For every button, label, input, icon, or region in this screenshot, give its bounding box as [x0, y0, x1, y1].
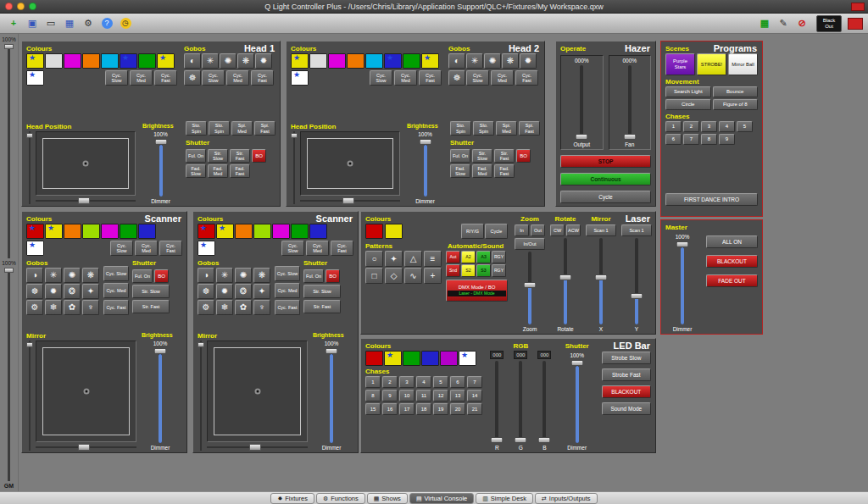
led-bar-button[interactable]: BLACKOUT — [602, 385, 651, 398]
colour-swatch[interactable]: ★ — [138, 224, 156, 239]
chase-button[interactable]: 14 — [467, 390, 482, 402]
xy-position-dot[interactable] — [83, 161, 89, 167]
shutter-button[interactable]: Str. Slow — [472, 149, 492, 163]
gobo-button[interactable]: ✹ — [520, 53, 537, 69]
gobo-cycle-button[interactable]: Cyc. Med — [275, 283, 300, 298]
gobo-button[interactable]: ✿ — [64, 300, 81, 315]
slider-handle[interactable] — [198, 342, 204, 347]
slider-handle[interactable] — [524, 282, 537, 288]
pan-slider[interactable] — [36, 197, 136, 204]
gobo-button[interactable]: ✹ — [45, 284, 62, 299]
slider-handle[interactable] — [570, 360, 583, 366]
colour-swatch[interactable]: ★ — [198, 224, 215, 239]
shutter-button[interactable]: Str. Slow — [132, 285, 170, 298]
chase-button[interactable]: 6 — [450, 376, 465, 388]
shutter-button[interactable]: Str. Slow — [303, 285, 341, 298]
submaster-slider[interactable] — [8, 268, 10, 482]
colour-swatch[interactable]: ★ — [26, 70, 44, 86]
chase-button[interactable]: 20 — [450, 403, 465, 415]
chase-button[interactable]: 3 — [399, 376, 415, 388]
colour-cycle-button[interactable]: Cyc. Fast — [159, 241, 182, 256]
colour-swatch[interactable]: ★ — [26, 224, 44, 239]
gobo-cycle-button[interactable]: Cyc. Fast — [251, 70, 274, 86]
slider-handle[interactable] — [559, 274, 572, 280]
gobo-button[interactable]: ✳ — [202, 53, 219, 69]
gobo-button[interactable]: ❄ — [216, 300, 233, 315]
slider-handle[interactable] — [631, 293, 643, 299]
gobo-cycle-button[interactable]: Cyc. Med — [491, 70, 514, 86]
brightness-slider[interactable] — [330, 348, 333, 443]
autosound-button[interactable]: S3 — [476, 264, 491, 277]
shutter-button[interactable]: Ful. On — [303, 269, 324, 283]
colour-swatch[interactable]: ★ — [82, 224, 100, 239]
chase-button[interactable]: 15 — [365, 403, 381, 415]
chase-button[interactable]: 8 — [701, 134, 717, 145]
slider-handle[interactable] — [154, 348, 167, 354]
gobo-spin-button[interactable]: Spi. Med — [231, 121, 253, 136]
colour-swatch[interactable]: ★ — [384, 351, 402, 366]
pattern-button[interactable]: ○ — [365, 251, 383, 267]
movement-button[interactable]: Circle — [665, 99, 711, 110]
xy-pad[interactable] — [300, 131, 400, 196]
tilt-slider[interactable] — [26, 341, 33, 451]
pattern-button[interactable]: △ — [404, 251, 422, 267]
colour-cycle-button[interactable]: Cyc. Fast — [331, 241, 353, 256]
colour-swatch[interactable]: ★ — [64, 53, 81, 69]
autosound-button[interactable]: S2 — [461, 264, 476, 277]
gobo-button[interactable]: ✦ — [253, 284, 270, 299]
slider-handle[interactable] — [154, 139, 167, 145]
chase-button[interactable]: 12 — [433, 390, 448, 402]
colour-swatch[interactable]: ★ — [291, 53, 309, 69]
colour-cycle-button[interactable]: Cyc. Fast — [154, 70, 177, 86]
slider-handle[interactable] — [623, 134, 636, 140]
movement-button[interactable]: Bounce — [713, 86, 759, 97]
colour-swatch[interactable]: ★ — [82, 53, 100, 69]
led-bar-button[interactable]: Sound Mode — [602, 402, 651, 415]
colour-cycle-button[interactable]: Cyc. Fast — [419, 70, 442, 86]
colour-swatch[interactable]: ★ — [45, 224, 63, 239]
dmx-mode-button[interactable]: DMX Mode / BO Laser - DMX Mode — [446, 280, 508, 302]
gobo-button[interactable]: ✦ — [82, 284, 99, 299]
zoom-slider[interactable] — [528, 252, 531, 324]
shutter-button[interactable]: Str. Fast — [494, 149, 515, 163]
colour-cycle-button[interactable]: Cyc. Med — [130, 70, 153, 86]
gobo-button[interactable]: ◐ — [448, 53, 465, 69]
gobo-spin-button[interactable]: Slo. Spin — [473, 121, 494, 136]
colour-cycle-button[interactable]: Cyc. Slow — [105, 70, 128, 86]
autosound-button[interactable]: Snd — [446, 264, 460, 277]
gobo-button[interactable]: ✺ — [484, 53, 501, 69]
rgb-slider[interactable] — [519, 361, 522, 443]
slider-handle[interactable] — [326, 348, 338, 354]
gobo-button[interactable]: ☸ — [198, 284, 214, 299]
gobo-button[interactable]: ✺ — [235, 268, 252, 283]
shutter-button[interactable]: Ful. On — [450, 149, 470, 163]
pattern-button[interactable]: ◇ — [385, 268, 403, 284]
colour-swatch[interactable]: ★ — [253, 224, 271, 239]
slider-handle[interactable] — [4, 268, 14, 273]
gobo-button[interactable]: ❋ — [253, 268, 270, 283]
mode-tab[interactable]: ▤ Virtual Console — [409, 493, 474, 504]
hazer-slider[interactable] — [580, 65, 583, 140]
colour-swatch[interactable]: ★ — [365, 351, 383, 366]
slider-handle[interactable] — [595, 274, 608, 280]
shutter-button[interactable]: BO — [154, 269, 169, 283]
chase-button[interactable]: 18 — [416, 403, 431, 415]
colour-cycle-button[interactable]: Cyc. Slow — [281, 241, 304, 256]
colour-swatch[interactable]: ★ — [421, 351, 439, 366]
chase-button[interactable]: 4 — [719, 121, 735, 132]
shutter-button[interactable]: Fad. Med — [208, 164, 228, 178]
scan-range-button[interactable]: Scan 1 — [586, 224, 616, 236]
brightness-slider[interactable] — [159, 139, 163, 197]
shutter-button[interactable]: Ful. On — [132, 269, 153, 283]
gobo-button[interactable]: ◑ — [198, 268, 214, 283]
slider-handle[interactable] — [78, 197, 90, 204]
xy-pad[interactable] — [36, 341, 136, 442]
mirror-x-slider[interactable] — [599, 238, 603, 324]
gobo-button[interactable]: ❂ — [64, 284, 81, 299]
xy-position-dot[interactable] — [83, 389, 89, 395]
colour-swatch[interactable]: ★ — [272, 224, 290, 239]
chase-button[interactable]: 6 — [665, 134, 682, 145]
slider-handle[interactable] — [538, 437, 551, 443]
gobo-button[interactable]: ☸ — [184, 70, 201, 86]
zoom-window-button[interactable] — [29, 3, 36, 10]
